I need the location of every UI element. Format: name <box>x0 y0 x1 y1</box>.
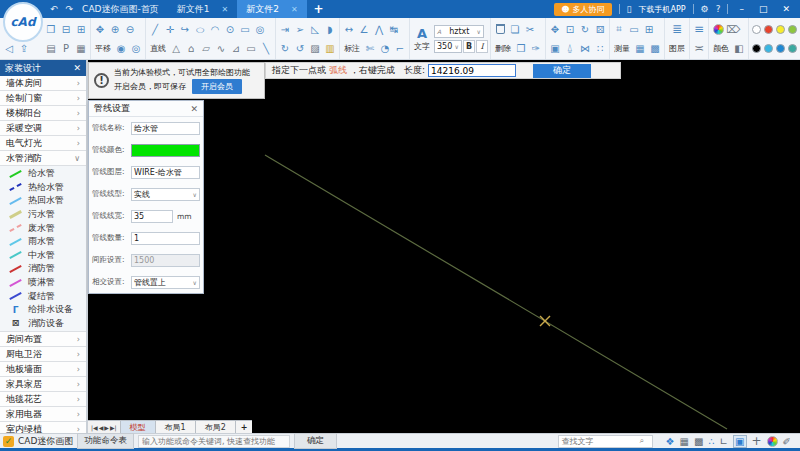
export-image-icon[interactable]: ▦ <box>74 41 88 56</box>
sidebar-item-carpet[interactable]: 地毯花艺› <box>0 392 86 407</box>
swatch-green[interactable] <box>788 25 797 34</box>
measure-area-icon[interactable]: ▭ <box>627 22 641 37</box>
prompt-confirm-button[interactable]: 确定 <box>533 64 591 78</box>
trapezoid-icon[interactable]: ⊿ <box>229 41 243 56</box>
zoom-window-icon[interactable]: ◉ <box>114 41 128 56</box>
command-input[interactable] <box>138 435 290 448</box>
pipe-item[interactable]: 污水管 <box>0 208 86 222</box>
dialog-close-icon[interactable]: ✕ <box>190 104 198 114</box>
measure-length-icon[interactable]: ⌗ <box>612 22 626 37</box>
hatch-icon[interactable]: ▨ <box>308 41 322 56</box>
color-wheel-icon[interactable] <box>711 22 725 37</box>
swatch-white[interactable] <box>752 25 761 34</box>
find-text-field[interactable]: ⌕ <box>558 435 653 448</box>
eraser-icon[interactable]: ⌦ <box>726 22 740 37</box>
linetype-icon[interactable]: ≡ <box>692 22 706 37</box>
last-sheet-icon[interactable]: ▶| <box>110 424 117 431</box>
chamfer-icon[interactable]: ◺ <box>308 22 322 37</box>
sidebar-item-hvac[interactable]: 采暖空调› <box>0 121 86 136</box>
pipe-cross-select[interactable]: 管线置上∨ <box>131 276 200 289</box>
download-app-link[interactable]: 下载手机APP <box>638 4 685 15</box>
rectangle2-icon[interactable]: ▭ <box>244 41 258 56</box>
drawing-canvas[interactable]: ! 当前为体验模式，可试用全部绘图功能 开启会员，即可保存 开启会员 指定下一点… <box>88 60 800 433</box>
sidebar-item-appliances[interactable]: 家用电器› <box>0 407 86 422</box>
pipe-item[interactable]: 中水管 <box>0 249 86 263</box>
ray-icon[interactable]: ╲ <box>259 41 273 56</box>
tab-file2[interactable]: 新文件2✕ <box>237 0 306 18</box>
arc-mode-link[interactable]: 弧线 <box>329 64 347 77</box>
scale-icon[interactable]: ⊡ <box>563 22 577 37</box>
sidebar-close-icon[interactable]: ✕ <box>73 63 81 73</box>
export-icon[interactable]: ⇪ <box>17 41 31 56</box>
command-table-button[interactable]: 功能命令表 <box>77 433 134 449</box>
tab-file1-close-icon[interactable]: ✕ <box>221 5 228 14</box>
nav-forward-icon[interactable]: ↷ <box>66 4 74 14</box>
save-as-icon[interactable]: ⊞ <box>74 22 88 37</box>
sidebar-item-stairs[interactable]: 楼梯阳台› <box>0 106 86 121</box>
tab-layout1[interactable]: 布局1 <box>156 421 196 433</box>
pipe-linetype-select[interactable]: 实线∨ <box>131 188 200 201</box>
new-tab-button[interactable]: + <box>307 0 331 18</box>
circle-icon[interactable]: ⊙ <box>223 22 237 37</box>
tab-home[interactable]: CAD迷你画图-首页 <box>73 0 168 18</box>
layers-icon[interactable]: ≣ <box>670 22 684 37</box>
calculator-icon[interactable]: ▩ <box>648 41 662 56</box>
rotate-cw-icon[interactable]: ↻ <box>278 41 292 56</box>
next-sheet-icon[interactable]: ▶ <box>104 424 109 431</box>
zoom-in-icon[interactable]: ⊕ <box>108 22 122 37</box>
sidebar-item-plants[interactable]: 室内绿植› <box>0 422 86 433</box>
sidebar-item-electric[interactable]: 电气灯光› <box>0 136 86 151</box>
first-sheet-icon[interactable]: |◀ <box>91 424 98 431</box>
settings-gear-icon[interactable]: ⚙ <box>701 4 709 14</box>
search-icon[interactable]: ⌕ <box>639 436 643 446</box>
device-item[interactable]: ⊠消防设备 <box>0 317 86 331</box>
polyline-icon[interactable]: ✛ <box>163 22 177 37</box>
font-size-select[interactable]: 350 ∨ <box>434 40 462 53</box>
font-family-select[interactable]: A hztxt ∨ <box>434 25 484 38</box>
ortho-mode-icon[interactable]: ∟ <box>720 436 728 447</box>
text-tool-icon[interactable]: A <box>414 26 430 41</box>
background-color-icon[interactable] <box>767 436 778 447</box>
ellipse-icon[interactable]: ○ <box>193 24 207 34</box>
line-icon[interactable]: ╱ <box>148 22 162 37</box>
pipe-count-input[interactable]: 1 <box>131 232 200 245</box>
pentagon-icon[interactable]: ⌂ <box>184 41 198 56</box>
open-file-icon[interactable]: ❒ <box>44 22 58 37</box>
pipe-item[interactable]: 废水管 <box>0 221 86 235</box>
pipe-color-swatch[interactable] <box>131 144 200 157</box>
save-icon[interactable]: ⊟ <box>59 22 73 37</box>
zoom-extents-icon[interactable]: ◎ <box>129 41 143 56</box>
swatch-black[interactable] <box>752 44 761 53</box>
swatch-blue[interactable] <box>776 44 785 53</box>
minimize-button[interactable]: – <box>735 4 748 14</box>
move-icon[interactable]: ✥ <box>548 22 562 37</box>
pipe-item[interactable]: 给水管 <box>0 167 86 181</box>
pipe-name-input[interactable]: 给水管 <box>131 122 200 135</box>
tab-layout2[interactable]: 布局2 <box>196 421 236 433</box>
print-icon[interactable]: ▤ <box>44 41 58 56</box>
elevation-icon[interactable]: ⍙ <box>563 41 577 56</box>
pipe-item[interactable]: 消防管 <box>0 262 86 276</box>
prev-sheet-icon[interactable]: ◀ <box>99 424 104 431</box>
export-pdf-icon[interactable]: P <box>59 41 73 56</box>
clean-screen-icon[interactable]: ✐ <box>783 436 791 447</box>
lineweight-icon[interactable]: ≍ <box>692 41 706 56</box>
view-icon[interactable]: ◎ <box>253 22 267 37</box>
spline-icon[interactable]: ∿ <box>214 41 228 56</box>
arc-icon[interactable]: ◠ <box>208 22 222 37</box>
collab-button[interactable]: ☻多人协同 <box>554 3 611 16</box>
fillet-icon[interactable]: ◗ <box>323 22 337 37</box>
tab-file2-close-icon[interactable]: ✕ <box>291 5 298 14</box>
block-library-icon[interactable]: ▥ <box>323 41 337 56</box>
measure-list-icon[interactable]: ⊞ <box>642 22 656 37</box>
pipe-item[interactable]: 热回水管 <box>0 194 86 208</box>
leader-icon[interactable]: ⌐ <box>393 41 407 56</box>
paint-bucket-icon[interactable]: ◧ <box>732 41 746 56</box>
pan-hand-icon[interactable]: ✥ <box>93 22 107 37</box>
insert-block-icon[interactable]: ⚄ <box>593 22 607 37</box>
radius-dim-icon[interactable]: ◔ <box>378 41 392 56</box>
swatch-teal[interactable] <box>788 44 797 53</box>
revision-cloud-icon[interactable]: ↪ <box>178 22 192 37</box>
nav-back-icon[interactable]: ↶ <box>50 4 58 14</box>
pipe-layer-input[interactable]: WIRE-给水管 <box>131 166 200 179</box>
